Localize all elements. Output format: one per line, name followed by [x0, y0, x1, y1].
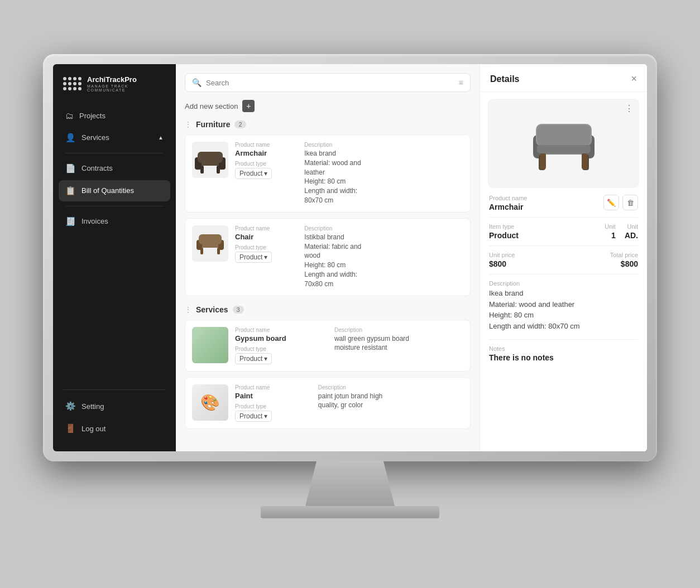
- details-image-area: ⋮: [488, 99, 639, 188]
- furniture-section: ⋮ Furniture 2: [185, 120, 471, 296]
- search-input[interactable]: [206, 79, 454, 87]
- armchair-info: Product name Armchair Product type Produ…: [235, 142, 295, 205]
- chair-description: Istikbal brandMaterial: fabric and woodH…: [304, 233, 365, 289]
- chair-info: Product name Chair Product type Product …: [235, 225, 295, 289]
- gypsum-type-tag[interactable]: Product ▾: [235, 353, 272, 364]
- sidebar-item-invoices[interactable]: 🧾 Invoices: [59, 211, 170, 232]
- unit-ad-value: AD.: [625, 231, 638, 240]
- type-dropdown-icon: ▾: [264, 170, 267, 177]
- services-section-title: Services: [196, 305, 228, 314]
- description-label: Description: [489, 280, 638, 287]
- sidebar-item-label: Bill of Quantities: [81, 186, 134, 195]
- paint-description: paint jotun brand high quality, gr color: [318, 392, 392, 411]
- price-row: Unit price $800 Total price $800: [489, 252, 638, 268]
- services-icon: 👤: [65, 133, 76, 143]
- notes-value: There is no notes: [489, 353, 638, 362]
- app-name: ArchiTrackPro: [87, 75, 166, 84]
- paint-card[interactable]: 🎨 Product name Paint Product type Produc…: [185, 377, 471, 429]
- sidebar-item-logout[interactable]: 🚪 Log out: [59, 418, 170, 439]
- add-section-bar: Add new section +: [185, 100, 471, 112]
- total-price-value: $800: [610, 259, 638, 268]
- gypsum-name-label: Product name: [235, 327, 325, 333]
- chair-type-label: Product type: [235, 244, 295, 250]
- chair-type: Product: [239, 253, 262, 261]
- projects-icon: 🗂: [65, 111, 74, 121]
- paint-emoji: 🎨: [200, 393, 220, 412]
- gypsum-type: Product: [239, 355, 262, 363]
- logo-icon: [63, 77, 81, 90]
- svg-rect-4: [200, 166, 204, 173]
- sidebar-item-projects[interactable]: 🗂 Projects: [59, 105, 170, 126]
- more-options-icon[interactable]: ⋮: [625, 103, 634, 114]
- svg-rect-20: [537, 144, 591, 153]
- gypsum-dropdown-icon: ▾: [264, 355, 267, 363]
- chair-card[interactable]: Product name Chair Product type Product …: [185, 218, 471, 296]
- gypsum-desc-label: Description: [334, 327, 425, 333]
- nav-section: 🗂 Projects 👤 Services ▲ 📄 Contracts: [53, 105, 176, 384]
- chair-type-dropdown-icon: ▾: [264, 253, 267, 261]
- details-panel: Details × ⋮: [480, 64, 647, 451]
- chair-image: [192, 225, 228, 262]
- list-panel: 🔍 ≡ Add new section + ⋮: [176, 64, 480, 451]
- nav-divider-bottom: [63, 389, 166, 390]
- monitor-stand: [294, 461, 406, 506]
- paint-desc-area: Description paint jotun brand high quali…: [318, 384, 392, 422]
- sidebar-item-setting[interactable]: ⚙️ Setting: [59, 396, 170, 417]
- gypsum-type-label: Product type: [235, 346, 325, 352]
- services-drag-icon: ⋮: [185, 306, 191, 314]
- divider-4: [489, 339, 638, 340]
- delete-button[interactable]: 🗑: [622, 195, 638, 210]
- product-type-label: Product type: [235, 161, 295, 167]
- paint-type-tag[interactable]: Product ▾: [235, 411, 272, 422]
- total-price-label: Total price: [610, 252, 638, 258]
- paint-name: Paint: [235, 392, 309, 400]
- paint-desc-label: Description: [318, 384, 392, 391]
- unit-price-label: Unit price: [489, 252, 515, 258]
- chevron-up-icon: ▲: [158, 134, 164, 141]
- armchair-type-tag[interactable]: Product ▾: [235, 168, 272, 179]
- nav-divider-2: [65, 206, 164, 206]
- paint-type: Product: [239, 412, 262, 420]
- armchair-card[interactable]: Product name Armchair Product type Produ…: [185, 134, 471, 213]
- nav-divider: [65, 153, 164, 153]
- gypsum-desc-area: Description wall green gypsum board mois…: [334, 327, 425, 364]
- filter-icon[interactable]: ≡: [459, 78, 463, 87]
- sidebar-item-label: Services: [81, 133, 109, 142]
- svg-rect-11: [217, 248, 220, 254]
- armchair-type: Product: [239, 170, 262, 177]
- logout-icon: 🚪: [65, 423, 76, 433]
- detail-chair-image: [525, 110, 603, 177]
- services-section-header[interactable]: ⋮ Services 3: [185, 305, 471, 314]
- details-header: Details ×: [480, 64, 647, 92]
- unit-number: 1: [605, 231, 616, 240]
- product-name-label: Product name: [235, 142, 295, 148]
- chair-name-label: Product name: [235, 225, 295, 232]
- sidebar-item-bill[interactable]: 📋 Bill of Quantities: [59, 180, 170, 201]
- sidebar-item-label: Contracts: [81, 164, 113, 172]
- chair-type-tag[interactable]: Product ▾: [235, 252, 272, 263]
- add-section-button[interactable]: +: [242, 100, 255, 112]
- sidebar-item-contracts[interactable]: 📄 Contracts: [59, 158, 170, 179]
- close-details-button[interactable]: ×: [631, 73, 637, 85]
- sidebar: ArchiTrackPro MANAGE TRACK COMMUNICATE 🗂…: [53, 64, 176, 451]
- desc-label: Description: [304, 142, 365, 148]
- chair-desc-label: Description: [304, 225, 365, 232]
- item-type-value: Product: [489, 231, 519, 240]
- furniture-section-header[interactable]: ⋮ Furniture 2: [185, 120, 471, 129]
- svg-rect-18: [540, 153, 546, 169]
- chair-desc-area: Description Istikbal brandMaterial: fabr…: [304, 225, 365, 289]
- paint-dropdown-icon: ▾: [264, 412, 267, 420]
- item-type-label: Item type: [489, 223, 519, 230]
- nav-bottom: ⚙️ Setting 🚪 Log out: [53, 396, 176, 440]
- svg-rect-5: [217, 166, 220, 173]
- gypsum-card[interactable]: Product name Gypsum board Product type P…: [185, 320, 471, 372]
- edit-button[interactable]: ✏️: [603, 195, 619, 210]
- furniture-section-title: Furniture: [196, 120, 230, 129]
- divider-3: [489, 274, 638, 274]
- logo-area: ArchiTrackPro MANAGE TRACK COMMUNICATE: [53, 75, 176, 105]
- details-product-name: Armchair: [489, 203, 527, 211]
- unit-ad-label: Unit: [625, 223, 638, 230]
- gypsum-name: Gypsum board: [235, 334, 325, 343]
- sidebar-item-services[interactable]: 👤 Services ▲: [59, 127, 170, 148]
- add-section-label: Add new section: [185, 102, 238, 110]
